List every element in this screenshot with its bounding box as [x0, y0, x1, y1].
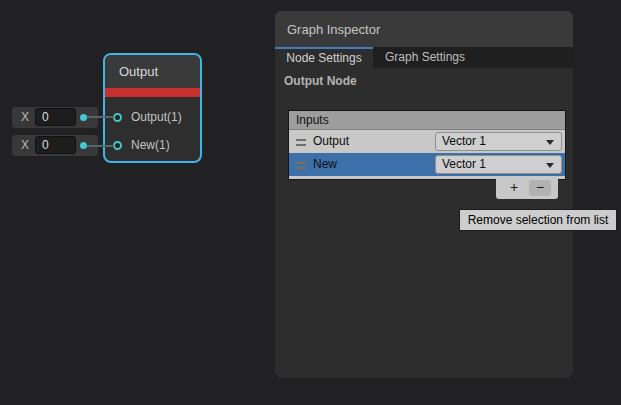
add-item-button[interactable]: +: [502, 180, 526, 196]
tooltip: Remove selection from list: [459, 209, 617, 231]
edge-new: [87, 145, 114, 147]
dropdown-value: Vector 1: [442, 157, 486, 171]
remove-item-button[interactable]: −: [529, 180, 551, 196]
port-new-label: New(1): [131, 138, 170, 152]
port-output-icon[interactable]: [113, 113, 122, 122]
edge-endpoint-dot-icon: [80, 114, 87, 121]
inputs-list: Inputs Output Vector 1 New Vector 1: [288, 110, 566, 180]
drag-handle-icon[interactable]: [296, 162, 306, 169]
dropdown-value: Vector 1: [442, 134, 486, 148]
section-title: Output Node: [284, 74, 357, 88]
value-field[interactable]: 0: [35, 108, 76, 126]
port-output-label: Output(1): [131, 110, 182, 124]
type-dropdown-output[interactable]: Vector 1: [435, 132, 562, 151]
edge-endpoint-dot-icon: [80, 142, 87, 149]
chevron-down-icon: [546, 163, 554, 168]
output-node[interactable]: Output Output(1) New(1): [103, 53, 202, 163]
node-title: Output: [105, 55, 200, 88]
tab-graph-settings[interactable]: Graph Settings: [373, 47, 573, 68]
drag-handle-icon[interactable]: [296, 139, 306, 146]
row-name: Output: [313, 130, 349, 153]
inline-input-new: X 0: [12, 135, 98, 156]
inputs-list-footer: + −: [496, 179, 558, 199]
graph-inspector-panel: Graph Inspector Node Settings Graph Sett…: [275, 11, 573, 378]
list-row-new[interactable]: New Vector 1: [289, 153, 565, 176]
type-dropdown-new[interactable]: Vector 1: [435, 155, 562, 174]
port-new-icon[interactable]: [113, 141, 122, 150]
inputs-list-header: Inputs: [289, 111, 565, 130]
panel-title: Graph Inspector: [275, 11, 573, 47]
chevron-down-icon: [546, 140, 554, 145]
node-color-bar: [105, 88, 200, 97]
row-name: New: [313, 153, 337, 176]
inline-input-output: X 0: [12, 107, 98, 128]
tab-node-settings[interactable]: Node Settings: [275, 47, 373, 68]
axis-label: X: [21, 135, 29, 156]
list-row-output[interactable]: Output Vector 1: [289, 130, 565, 153]
edge-output: [87, 116, 114, 118]
axis-label: X: [21, 107, 29, 128]
inspector-tabbar: Node Settings Graph Settings: [275, 47, 573, 68]
value-field[interactable]: 0: [35, 136, 76, 154]
